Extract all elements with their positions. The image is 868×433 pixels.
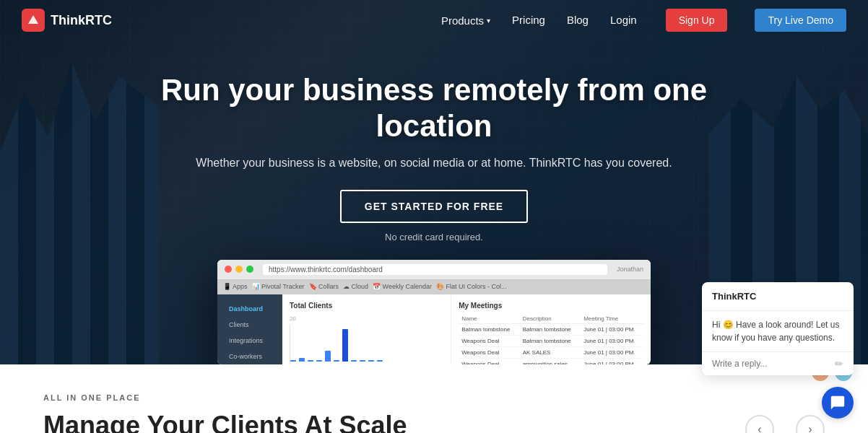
building-left: [0, 61, 159, 364]
prev-button[interactable]: ‹: [745, 415, 774, 433]
svg-marker-0: [28, 15, 38, 24]
dashboard-preview: https://www.thinkrtc.com/dashboard Jonat…: [217, 260, 651, 364]
chart-bar-4: [325, 351, 331, 362]
meeting-desc-2: Batman tombstone: [520, 335, 581, 346]
chart-y20: 20: [290, 315, 296, 322]
chat-brand-name: ThinkRTC: [702, 282, 854, 311]
meeting-name-3: Weapons Deal: [459, 346, 519, 358]
live-demo-button[interactable]: Try Live Demo: [755, 9, 846, 32]
total-clients-title: Total Clients: [290, 302, 443, 310]
browser-user: Jonathan: [617, 266, 643, 273]
table-row: Weapons Deal AK SALES June 01 | 03:00 PM: [459, 346, 643, 358]
nav-login[interactable]: Login: [610, 14, 637, 27]
bookmark-pivotal: 📊 Pivotal Tracker: [252, 283, 305, 290]
nav-links: Products ▾ Pricing Blog Login Sign Up Tr…: [441, 9, 846, 32]
blog-link[interactable]: Blog: [567, 14, 589, 26]
meeting-time-3: June 01 | 03:00 PM: [581, 346, 643, 358]
browser-url: https://www.thinkrtc.com/dashboard: [263, 264, 607, 275]
chart-bar-8: [360, 360, 365, 362]
send-icon[interactable]: ✏: [835, 358, 843, 369]
bookmark-flatui: 🎨 Flat UI Colors - Col...: [436, 283, 507, 290]
chart-bar-1: [299, 358, 305, 362]
chart-bar-0: [290, 360, 296, 362]
hero-content: Run your business remotely from one loca…: [145, 72, 723, 242]
chat-widget: ThinkRTC Hi 😊 Have a look around! Let us…: [810, 362, 854, 419]
sidebar-item-dashboard[interactable]: Dashboard: [223, 302, 277, 316]
chat-reply-input[interactable]: [712, 359, 830, 369]
table-row: Weapons Deal ammunition sales June 01 | …: [459, 358, 643, 364]
bookmark-cloud: ☁ Cloud: [343, 283, 368, 290]
browser-bookmarks: 📱 Apps 📊 Pivotal Tracker 🔖 Collars ☁ Clo…: [217, 280, 651, 294]
chart-bar-3: [316, 360, 322, 362]
table-row: Weapons Deal Batman tombstone June 01 | …: [459, 335, 643, 346]
meeting-time-2: June 01 | 03:00 PM: [581, 335, 643, 346]
logo-text: ThinkRTC: [51, 13, 112, 28]
pricing-link[interactable]: Pricing: [512, 14, 545, 26]
nav-blog[interactable]: Blog: [567, 14, 589, 27]
browser-maximize-dot: [246, 266, 253, 273]
logo[interactable]: ThinkRTC: [22, 9, 112, 32]
chart-bar-10: [377, 360, 383, 362]
section-tag: ALL IN ONE PLACE: [43, 393, 825, 402]
chart-bar-2: [308, 360, 313, 362]
col-meeting-time: Meeting Time: [581, 314, 643, 324]
dashboard-body: Dashboard Clients Integrations Co-worker…: [217, 294, 651, 364]
hero-subtitle: Whether your business is a website, on s…: [145, 157, 723, 170]
get-started-button[interactable]: GET STARTED FOR FREE: [340, 190, 528, 223]
nav-products[interactable]: Products ▾: [441, 14, 490, 27]
chat-input-area: ✏: [702, 351, 854, 375]
col-description: Description: [520, 314, 581, 324]
meeting-time-1: June 01 | 03:00 PM: [581, 323, 643, 335]
meeting-name-1: Batman tombstone: [459, 323, 519, 335]
meetings-table: Name Description Meeting Time Batman tom…: [459, 314, 643, 364]
logo-icon: [22, 9, 45, 32]
bookmark-collars: 🔖 Collars: [309, 283, 339, 290]
nav-pricing[interactable]: Pricing: [512, 14, 545, 27]
chart-bar-9: [368, 360, 374, 362]
meeting-name-4: Weapons Deal: [459, 358, 519, 364]
meeting-desc-4: ammunition sales: [520, 358, 581, 364]
browser-bar: https://www.thinkrtc.com/dashboard Jonat…: [217, 260, 651, 280]
chevron-down-icon: ▾: [487, 17, 490, 25]
meeting-desc-1: Batman tombstone: [520, 323, 581, 335]
chart-bar-7: [351, 360, 357, 362]
bookmark-apps: 📱 Apps: [223, 283, 248, 290]
bookmark-calendar: 📅 Weekly Calendar: [373, 283, 432, 290]
no-credit-card-text: No credit card required.: [145, 232, 723, 242]
signup-button[interactable]: Sign Up: [666, 9, 728, 32]
browser-minimize-dot: [235, 266, 243, 273]
hero-title: Run your business remotely from one loca…: [145, 72, 723, 145]
browser-close-dot: [225, 266, 232, 273]
chart-bar-6: [342, 329, 348, 362]
sidebar-item-coworkers[interactable]: Co-workers: [223, 349, 277, 364]
sidebar-item-clients[interactable]: Clients: [223, 318, 277, 332]
my-meetings-title: My Meetings: [459, 302, 643, 310]
navbar: ThinkRTC Products ▾ Pricing Blog Login S…: [0, 0, 868, 40]
section-heading: Manage Your Clients At Scale: [43, 411, 407, 433]
chart-bar-5: [334, 360, 339, 362]
meeting-name-2: Weapons Deal: [459, 335, 519, 346]
col-name: Name: [459, 314, 519, 324]
dashboard-main: Total Clients 20: [282, 294, 651, 364]
meeting-time-4: June 01 | 03:00 PM: [581, 358, 643, 364]
meeting-desc-3: AK SALES: [520, 346, 581, 358]
products-link[interactable]: Products ▾: [441, 14, 490, 27]
total-clients-panel: Total Clients 20: [282, 294, 451, 364]
chat-bubble-button[interactable]: [822, 387, 854, 419]
chat-popup: ThinkRTC Hi 😊 Have a look around! Let us…: [702, 282, 854, 375]
table-row: Batman tombstone Batman tombstone June 0…: [459, 323, 643, 335]
login-link[interactable]: Login: [610, 14, 637, 26]
dashboard-sidebar: Dashboard Clients Integrations Co-worker…: [217, 294, 282, 364]
mini-chart: [290, 325, 443, 364]
my-meetings-panel: My Meetings Name Description Meeting Tim…: [451, 294, 651, 364]
sidebar-item-integrations[interactable]: Integrations: [223, 333, 277, 348]
chat-message: Hi 😊 Have a look around! Let us know if …: [702, 311, 854, 351]
